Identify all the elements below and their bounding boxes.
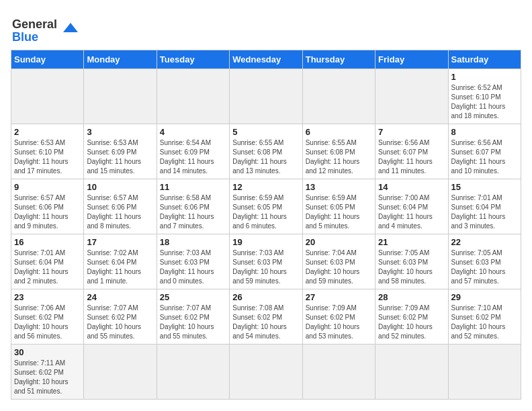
weekday-header-sunday: Sunday: [11, 50, 84, 69]
calendar-cell: 18Sunrise: 7:03 AM Sunset: 6:03 PM Dayli…: [157, 234, 229, 289]
calendar-cell: 15Sunrise: 7:01 AM Sunset: 6:04 PM Dayli…: [448, 179, 521, 234]
calendar-cell: 29Sunrise: 7:10 AM Sunset: 6:02 PM Dayli…: [448, 289, 521, 345]
day-info: Sunrise: 6:57 AM Sunset: 6:06 PM Dayligh…: [87, 193, 153, 231]
calendar-cell: [84, 69, 157, 124]
calendar-cell: [448, 345, 521, 400]
weekday-header-wednesday: Wednesday: [230, 50, 302, 69]
calendar-cell: 16Sunrise: 7:01 AM Sunset: 6:04 PM Dayli…: [11, 234, 84, 289]
day-number: 25: [160, 292, 226, 302]
calendar-cell: [84, 345, 157, 400]
day-info: Sunrise: 7:08 AM Sunset: 6:02 PM Dayligh…: [232, 304, 299, 341]
day-info: Sunrise: 6:53 AM Sunset: 6:09 PM Dayligh…: [87, 138, 153, 176]
week-row-4: 23Sunrise: 7:06 AM Sunset: 6:02 PM Dayli…: [11, 289, 521, 345]
day-info: Sunrise: 6:59 AM Sunset: 6:05 PM Dayligh…: [306, 193, 372, 231]
week-row-5: 30Sunrise: 7:11 AM Sunset: 6:02 PM Dayli…: [11, 345, 521, 400]
calendar-cell: 10Sunrise: 6:57 AM Sunset: 6:06 PM Dayli…: [84, 179, 157, 234]
calendar-cell: 1Sunrise: 6:52 AM Sunset: 6:10 PM Daylig…: [448, 69, 521, 124]
day-number: 1: [451, 72, 518, 82]
calendar-cell: 25Sunrise: 7:07 AM Sunset: 6:02 PM Dayli…: [157, 289, 229, 345]
day-info: Sunrise: 7:09 AM Sunset: 6:02 PM Dayligh…: [306, 304, 372, 341]
calendar-cell: 23Sunrise: 7:06 AM Sunset: 6:02 PM Dayli…: [11, 289, 84, 345]
day-info: Sunrise: 7:04 AM Sunset: 6:03 PM Dayligh…: [306, 248, 372, 286]
day-info: Sunrise: 6:55 AM Sunset: 6:08 PM Dayligh…: [306, 138, 372, 176]
day-number: 23: [14, 292, 81, 302]
day-number: 18: [160, 237, 226, 247]
day-info: Sunrise: 6:54 AM Sunset: 6:09 PM Dayligh…: [160, 138, 226, 176]
calendar-cell: 9Sunrise: 6:57 AM Sunset: 6:06 PM Daylig…: [11, 179, 84, 234]
calendar-cell: [230, 345, 302, 400]
calendar-cell: [375, 69, 448, 124]
day-info: Sunrise: 7:10 AM Sunset: 6:02 PM Dayligh…: [451, 304, 518, 341]
day-number: 14: [378, 182, 445, 192]
logo: General Blue: [11, 11, 85, 44]
day-info: Sunrise: 6:52 AM Sunset: 6:10 PM Dayligh…: [451, 83, 518, 121]
weekday-header-monday: Monday: [84, 50, 157, 69]
day-info: Sunrise: 7:02 AM Sunset: 6:04 PM Dayligh…: [87, 248, 153, 286]
weekday-header-saturday: Saturday: [448, 50, 521, 69]
day-number: 17: [87, 237, 153, 247]
calendar-cell: 20Sunrise: 7:04 AM Sunset: 6:03 PM Dayli…: [302, 234, 375, 289]
weekday-header-friday: Friday: [375, 50, 448, 69]
calendar-cell: 8Sunrise: 6:56 AM Sunset: 6:07 PM Daylig…: [448, 124, 521, 179]
calendar-cell: 13Sunrise: 6:59 AM Sunset: 6:05 PM Dayli…: [302, 179, 375, 234]
calendar-cell: 22Sunrise: 7:05 AM Sunset: 6:03 PM Dayli…: [448, 234, 521, 289]
calendar-cell: 4Sunrise: 6:54 AM Sunset: 6:09 PM Daylig…: [157, 124, 229, 179]
calendar-cell: 30Sunrise: 7:11 AM Sunset: 6:02 PM Dayli…: [11, 345, 84, 400]
day-info: Sunrise: 7:01 AM Sunset: 6:04 PM Dayligh…: [14, 248, 81, 286]
day-info: Sunrise: 6:55 AM Sunset: 6:08 PM Dayligh…: [232, 138, 299, 176]
calendar-cell: 26Sunrise: 7:08 AM Sunset: 6:02 PM Dayli…: [230, 289, 302, 345]
weekday-header-row: SundayMondayTuesdayWednesdayThursdayFrid…: [11, 50, 521, 69]
day-info: Sunrise: 7:00 AM Sunset: 6:04 PM Dayligh…: [378, 193, 445, 231]
day-number: 29: [451, 292, 518, 302]
day-number: 30: [14, 347, 81, 357]
week-row-0: 1Sunrise: 6:52 AM Sunset: 6:10 PM Daylig…: [11, 69, 521, 124]
day-number: 24: [87, 292, 153, 302]
calendar-cell: 17Sunrise: 7:02 AM Sunset: 6:04 PM Dayli…: [84, 234, 157, 289]
day-info: Sunrise: 6:53 AM Sunset: 6:10 PM Dayligh…: [14, 138, 81, 176]
day-number: 10: [87, 182, 153, 192]
day-info: Sunrise: 7:05 AM Sunset: 6:03 PM Dayligh…: [451, 248, 518, 286]
day-info: Sunrise: 7:11 AM Sunset: 6:02 PM Dayligh…: [14, 359, 81, 396]
day-number: 26: [232, 292, 299, 302]
calendar-cell: 24Sunrise: 7:07 AM Sunset: 6:02 PM Dayli…: [84, 289, 157, 345]
logo-svg: General Blue: [11, 11, 85, 44]
week-row-2: 9Sunrise: 6:57 AM Sunset: 6:06 PM Daylig…: [11, 179, 521, 234]
calendar-cell: 19Sunrise: 7:03 AM Sunset: 6:03 PM Dayli…: [230, 234, 302, 289]
day-info: Sunrise: 7:01 AM Sunset: 6:04 PM Dayligh…: [451, 193, 518, 231]
day-number: 3: [87, 127, 153, 137]
calendar-cell: 7Sunrise: 6:56 AM Sunset: 6:07 PM Daylig…: [375, 124, 448, 179]
calendar-table: SundayMondayTuesdayWednesdayThursdayFrid…: [11, 50, 521, 400]
day-number: 11: [160, 182, 226, 192]
day-number: 4: [160, 127, 226, 137]
week-row-3: 16Sunrise: 7:01 AM Sunset: 6:04 PM Dayli…: [11, 234, 521, 289]
day-number: 7: [378, 127, 445, 137]
day-number: 2: [14, 127, 81, 137]
calendar-cell: 6Sunrise: 6:55 AM Sunset: 6:08 PM Daylig…: [302, 124, 375, 179]
day-number: 21: [378, 237, 445, 247]
day-info: Sunrise: 7:05 AM Sunset: 6:03 PM Dayligh…: [378, 248, 445, 286]
day-info: Sunrise: 7:09 AM Sunset: 6:02 PM Dayligh…: [378, 304, 445, 341]
day-number: 22: [451, 237, 518, 247]
calendar-cell: [302, 69, 375, 124]
day-info: Sunrise: 6:57 AM Sunset: 6:06 PM Dayligh…: [14, 193, 81, 231]
calendar-cell: [11, 69, 84, 124]
calendar-cell: 5Sunrise: 6:55 AM Sunset: 6:08 PM Daylig…: [230, 124, 302, 179]
calendar-cell: [302, 345, 375, 400]
day-info: Sunrise: 7:03 AM Sunset: 6:03 PM Dayligh…: [232, 248, 299, 286]
page-header: General Blue: [11, 11, 521, 44]
calendar-cell: [157, 345, 229, 400]
day-info: Sunrise: 7:07 AM Sunset: 6:02 PM Dayligh…: [160, 304, 226, 341]
day-info: Sunrise: 7:03 AM Sunset: 6:03 PM Dayligh…: [160, 248, 226, 286]
calendar-cell: 12Sunrise: 6:59 AM Sunset: 6:05 PM Dayli…: [230, 179, 302, 234]
calendar-cell: [375, 345, 448, 400]
day-number: 20: [306, 237, 372, 247]
day-number: 8: [451, 127, 518, 137]
svg-marker-2: [63, 23, 78, 32]
week-row-1: 2Sunrise: 6:53 AM Sunset: 6:10 PM Daylig…: [11, 124, 521, 179]
calendar-cell: 11Sunrise: 6:58 AM Sunset: 6:06 PM Dayli…: [157, 179, 229, 234]
day-number: 5: [232, 127, 299, 137]
calendar-cell: 28Sunrise: 7:09 AM Sunset: 6:02 PM Dayli…: [375, 289, 448, 345]
calendar-cell: 27Sunrise: 7:09 AM Sunset: 6:02 PM Dayli…: [302, 289, 375, 345]
day-number: 9: [14, 182, 81, 192]
calendar-cell: 14Sunrise: 7:00 AM Sunset: 6:04 PM Dayli…: [375, 179, 448, 234]
